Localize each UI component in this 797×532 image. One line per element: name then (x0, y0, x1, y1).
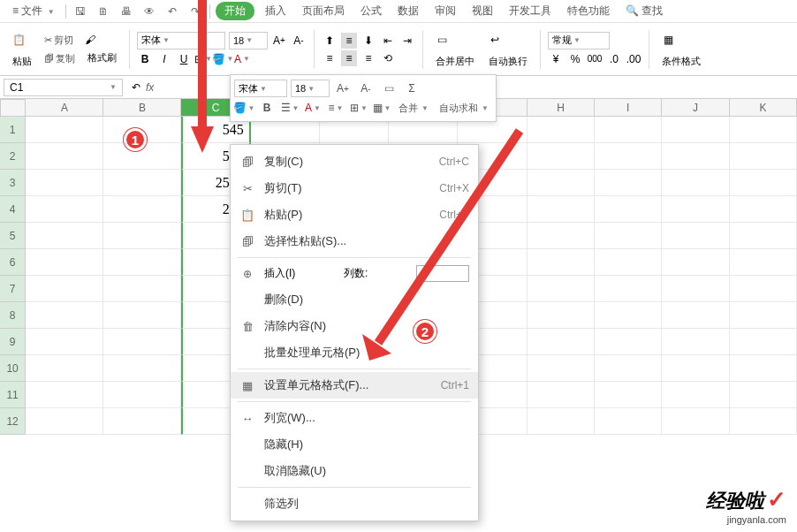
cell-K9[interactable] (730, 329, 797, 355)
auto-wrap-button[interactable]: 自动换行 (483, 53, 533, 70)
col-header-K[interactable]: K (730, 99, 797, 117)
tab-special[interactable]: 特色功能 (562, 2, 615, 20)
cell-I5[interactable] (595, 223, 662, 249)
cell-J6[interactable] (662, 249, 729, 276)
cell-I1[interactable] (595, 117, 662, 143)
cm-cols-input[interactable] (416, 265, 469, 282)
cell-J2[interactable] (662, 143, 729, 170)
name-box[interactable]: C1 ▼ (4, 79, 123, 96)
cond-format-icon[interactable]: ▦ (657, 28, 679, 51)
row-header-5[interactable]: 5 (0, 223, 26, 249)
cell-H3[interactable] (528, 170, 595, 196)
cell-A8[interactable] (26, 302, 103, 329)
row-header-8[interactable]: 8 (0, 302, 26, 329)
orient-icon[interactable]: ⟲ (380, 50, 396, 66)
cell-H2[interactable] (528, 143, 595, 170)
cell-I3[interactable] (595, 170, 662, 196)
cell-B8[interactable] (103, 302, 181, 329)
cell-I2[interactable] (595, 143, 662, 170)
col-header-B[interactable]: B (103, 99, 181, 117)
col-header-A[interactable]: A (26, 99, 103, 117)
cell-B7[interactable] (103, 276, 181, 302)
grid-corner[interactable] (0, 99, 26, 117)
paste-icon[interactable]: 📋 (7, 28, 30, 51)
dec-font-icon[interactable]: A- (291, 33, 307, 49)
mini-dec-font-icon[interactable]: A- (356, 79, 376, 98)
cell-J8[interactable] (662, 302, 729, 329)
tab-view[interactable]: 视图 (467, 2, 498, 20)
col-header-J[interactable]: J (662, 99, 729, 117)
cell-A2[interactable] (26, 143, 103, 170)
tab-insert[interactable]: 插入 (260, 2, 292, 20)
cell-J1[interactable] (662, 117, 729, 143)
tab-layout[interactable]: 页面布局 (297, 2, 350, 20)
cell-A3[interactable] (26, 170, 103, 196)
cell-K6[interactable] (730, 249, 797, 276)
tab-dev[interactable]: 开发工具 (504, 2, 557, 20)
cell-H7[interactable] (528, 276, 595, 302)
saveas-icon[interactable]: 🗎 (95, 3, 112, 20)
cell-A1[interactable] (26, 117, 103, 143)
cell-B10[interactable] (103, 355, 181, 382)
cm-paste[interactable]: 📋粘贴(P)Ctrl+V (231, 201, 478, 228)
cell-H8[interactable] (528, 302, 595, 329)
cell-J12[interactable] (662, 408, 729, 435)
cell-B5[interactable] (103, 223, 181, 249)
row-header-3[interactable]: 3 (0, 170, 26, 196)
bold-button[interactable]: B (137, 51, 153, 67)
cell-B6[interactable] (103, 249, 181, 276)
cell-A4[interactable] (26, 196, 103, 223)
cell-B11[interactable] (103, 382, 181, 408)
percent-icon[interactable]: % (567, 51, 583, 67)
cell-A9[interactable] (26, 329, 103, 355)
cell-B12[interactable] (103, 408, 181, 435)
font-size-select[interactable]: 18▼ (229, 32, 268, 49)
align-left-icon[interactable]: ≡ (322, 50, 338, 66)
cm-hide[interactable]: 隐藏(H) (231, 431, 478, 458)
fx-icon[interactable]: fx (146, 81, 154, 94)
indent-dec-icon[interactable]: ⇤ (380, 33, 396, 49)
paste-button[interactable]: 粘贴 (7, 53, 37, 70)
wrap-icon[interactable]: ↩ (483, 28, 506, 51)
row-header-6[interactable]: 6 (0, 249, 26, 276)
cell-H5[interactable] (528, 223, 595, 249)
cm-unhide[interactable]: 取消隐藏(U) (231, 458, 478, 484)
cell-I8[interactable] (595, 302, 662, 329)
cm-batch[interactable]: 批量处理单元格(P) (231, 339, 478, 366)
row-header-11[interactable]: 11 (0, 382, 26, 408)
col-header-I[interactable]: I (595, 99, 662, 117)
cell-I11[interactable] (595, 382, 662, 408)
undo-fx-icon[interactable]: ↶ (132, 81, 140, 94)
cell-H11[interactable] (528, 382, 595, 408)
cm-format-cells[interactable]: ▦设置单元格格式(F)...Ctrl+1 (231, 372, 478, 399)
cell-K5[interactable] (730, 223, 797, 249)
cell-H4[interactable] (528, 196, 595, 223)
cell-B9[interactable] (103, 329, 181, 355)
cell-A12[interactable] (26, 408, 103, 435)
border-button[interactable]: ⊞▼ (195, 51, 211, 67)
save-icon[interactable]: 🖫 (72, 3, 89, 20)
cell-H12[interactable] (528, 408, 595, 435)
cond-format-button[interactable]: 条件格式 (657, 53, 706, 70)
cell-A7[interactable] (26, 276, 103, 302)
inc-dec-icon[interactable]: .0 (606, 51, 622, 67)
mini-table-icon[interactable]: ▦▼ (372, 98, 391, 118)
mini-border-icon[interactable]: ⊞▼ (349, 98, 368, 118)
cell-K1[interactable] (730, 117, 797, 143)
mini-sum-icon[interactable]: Σ (402, 79, 421, 98)
row-header-1[interactable]: 1 (0, 117, 26, 143)
copy-button[interactable]: 🗐 复制 (41, 50, 79, 67)
cell-A6[interactable] (26, 249, 103, 276)
mini-autosum-button[interactable]: 自动求和▼ (436, 100, 492, 117)
tab-review[interactable]: 审阅 (429, 2, 461, 20)
italic-button[interactable]: I (156, 51, 172, 67)
preview-icon[interactable]: 👁 (140, 3, 158, 20)
cell-I6[interactable] (595, 249, 662, 276)
mini-inc-font-icon[interactable]: A+ (333, 79, 353, 98)
cm-cut[interactable]: ✂剪切(T)Ctrl+X (231, 175, 478, 201)
mini-font-color-icon[interactable]: ☰▼ (280, 98, 300, 118)
cell-I12[interactable] (595, 408, 662, 435)
cell-J7[interactable] (662, 276, 729, 302)
tab-formula[interactable]: 公式 (355, 2, 387, 20)
cell-K7[interactable] (730, 276, 797, 302)
